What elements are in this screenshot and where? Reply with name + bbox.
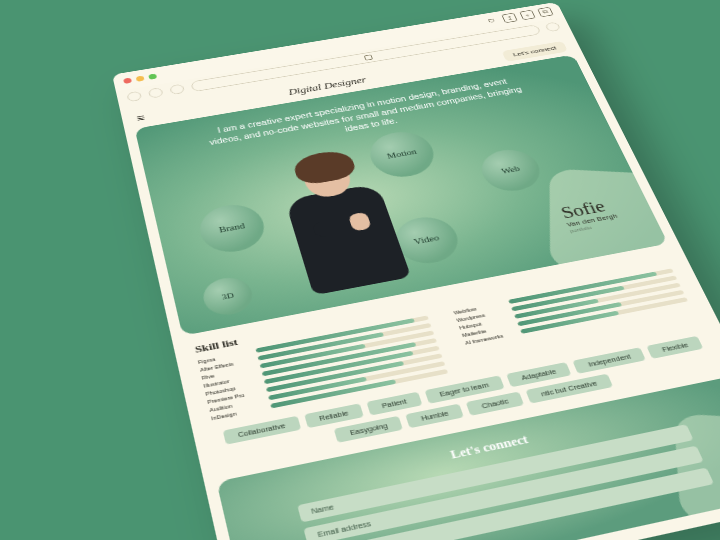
minimize-icon[interactable] [136,76,145,82]
trait-tag: Humble [405,403,464,428]
traffic-lights [123,73,157,84]
maximize-icon[interactable] [148,73,157,79]
reload-icon[interactable] [544,22,561,33]
close-icon[interactable] [123,78,132,84]
trait-tag: Chaotic [466,391,524,415]
menu-icon[interactable]: ≡ [135,112,146,124]
bubble-brand: Brand [195,200,270,257]
bubble-3d: 3D [199,274,256,319]
shield-icon[interactable]: ⛉ [483,16,499,26]
page-content: ≡ Digital Designer Let's connect I am a … [120,34,720,540]
browser-window: ⛉ ↥ ＋ ⧉ ≡ Digital Designer Let's connect… [112,2,720,540]
back-icon[interactable] [148,87,164,98]
site-settings-icon [364,54,373,60]
bubble-web: Web [475,145,547,195]
sidebar-toggle-icon[interactable] [126,91,142,102]
plus-icon[interactable]: ＋ [519,10,536,20]
tabs-icon[interactable]: ⧉ [537,7,554,17]
share-icon[interactable]: ↥ [501,13,518,23]
name-card: Sofie Van den Bergh portfolio [558,196,621,234]
forward-icon[interactable] [169,84,185,95]
trait-tag: Flexible [646,335,703,358]
